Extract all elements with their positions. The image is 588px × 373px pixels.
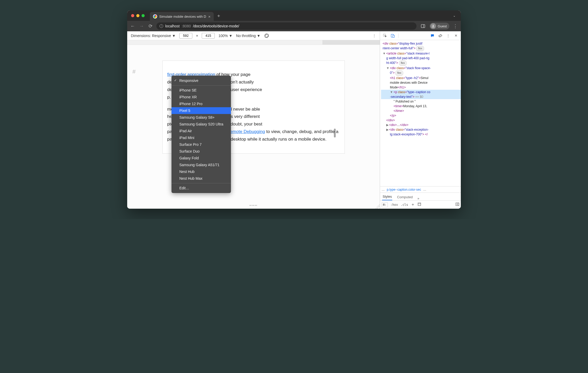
new-style-rule-icon[interactable]: ＋ bbox=[411, 202, 415, 207]
url-host: localhost bbox=[165, 24, 180, 28]
devtools-toolbar: ⋮ ✕ bbox=[380, 31, 461, 40]
address-toolbar: ← → ⟳ i localhost:8080/docs/devtools/dev… bbox=[127, 21, 461, 31]
throttling-dropdown[interactable]: No throttling ▼ bbox=[236, 34, 260, 38]
svg-point-2 bbox=[433, 25, 434, 26]
dropdown-triangle-icon: ▼ bbox=[257, 34, 260, 38]
device-option[interactable]: Nest Hub bbox=[172, 168, 231, 175]
device-option[interactable]: iPhone XR bbox=[172, 94, 231, 100]
address-bar[interactable]: i localhost:8080/docs/devtools/device-mo… bbox=[156, 22, 416, 30]
dropdown-triangle-icon: ▼ bbox=[172, 34, 176, 38]
svg-rect-9 bbox=[456, 203, 459, 206]
maximize-window-button[interactable] bbox=[142, 14, 145, 17]
window-menu-chevron-icon[interactable]: ⌄ bbox=[453, 14, 456, 17]
breadcrumb-current[interactable]: p.type--caption.color-sec bbox=[387, 188, 421, 191]
zoom-label: 100% bbox=[218, 34, 228, 38]
content-area: Dimensions: Responsive ▼ × 100% ▼ No thr… bbox=[127, 31, 461, 209]
dimensions-dropdown[interactable]: Dimensions: Responsive ▼ bbox=[131, 34, 176, 38]
dimension-separator: × bbox=[196, 34, 198, 38]
heading-anchor-hash: # bbox=[132, 68, 136, 75]
dimensions-label: Dimensions: Responsive bbox=[131, 34, 171, 38]
devtools-menu-icon[interactable]: ⋮ bbox=[445, 32, 451, 39]
traffic-lights bbox=[131, 14, 145, 17]
throttling-label: No throttling bbox=[236, 34, 256, 38]
tab-styles[interactable]: Styles bbox=[382, 193, 392, 200]
browser-tab[interactable]: Simulate mobile devices with D × bbox=[150, 12, 214, 21]
dropdown-separator bbox=[172, 183, 231, 183]
styles-toolbar: :hov .cls ＋ bbox=[380, 200, 461, 209]
device-option[interactable]: Samsung Galaxy A51/71 bbox=[172, 161, 231, 168]
device-option-responsive[interactable]: Responsive bbox=[172, 77, 231, 84]
computed-styles-icon[interactable] bbox=[418, 202, 421, 207]
profile-guest-chip[interactable]: Guest bbox=[430, 23, 449, 29]
dom-breadcrumb[interactable]: … p.type--caption.color-sec … bbox=[380, 186, 461, 192]
settings-gear-icon[interactable] bbox=[437, 32, 444, 39]
device-option-pixel5[interactable]: Pixel 5 bbox=[172, 107, 231, 114]
url-port: :8080 bbox=[182, 24, 191, 28]
browser-menu-icon[interactable]: ⋮ bbox=[452, 23, 458, 29]
device-toolbar-menu-icon[interactable]: ⋮ bbox=[372, 34, 376, 38]
close-tab-icon[interactable]: × bbox=[208, 14, 211, 19]
dropdown-separator bbox=[172, 85, 231, 86]
device-mode-toggle-icon[interactable] bbox=[389, 32, 396, 39]
elements-dom-tree[interactable]: <div class="display-flex justif ntent-ce… bbox=[380, 40, 461, 186]
device-option[interactable]: Surface Duo bbox=[172, 148, 231, 155]
dropdown-triangle-icon: ▼ bbox=[229, 34, 232, 38]
url-path: /docs/devtools/device-mode/ bbox=[193, 24, 239, 28]
chat-icon[interactable] bbox=[429, 32, 436, 39]
device-list-dropdown: Responsive iPhone SE iPhone XR iPhone 12… bbox=[172, 76, 231, 193]
side-panel-icon[interactable] bbox=[420, 23, 426, 29]
bottom-resize-handle-icon[interactable]: ═══ bbox=[249, 203, 258, 207]
remote-debugging-link[interactable]: Remote Debugging bbox=[227, 129, 265, 134]
device-option[interactable]: Nest Hub Max bbox=[172, 175, 231, 182]
inspect-element-icon[interactable] bbox=[382, 32, 388, 39]
corner-resize-handle-icon[interactable] bbox=[375, 204, 380, 209]
guest-label: Guest bbox=[438, 24, 447, 28]
rotate-icon[interactable] bbox=[264, 33, 269, 38]
device-edit-option[interactable]: Edit… bbox=[172, 185, 231, 191]
toggle-sidebar-icon[interactable] bbox=[456, 202, 459, 207]
device-option[interactable]: iPhone SE bbox=[172, 87, 231, 94]
ruler-bar[interactable] bbox=[127, 40, 380, 45]
tab-computed[interactable]: Computed bbox=[396, 194, 413, 200]
more-tabs-chevron-icon[interactable]: » bbox=[417, 196, 419, 200]
minimize-window-button[interactable] bbox=[136, 14, 139, 17]
forward-button[interactable]: → bbox=[139, 23, 144, 29]
site-info-icon[interactable]: i bbox=[160, 24, 163, 28]
device-option[interactable]: Samsung Galaxy S8+ bbox=[172, 114, 231, 121]
device-option[interactable]: Samsung Galaxy S20 Ultra bbox=[172, 121, 231, 128]
device-option[interactable]: iPad Mini bbox=[172, 134, 231, 141]
emulation-pane: Dimensions: Responsive ▼ × 100% ▼ No thr… bbox=[127, 31, 380, 209]
close-devtools-icon[interactable]: ✕ bbox=[452, 32, 459, 39]
styles-filter-input[interactable] bbox=[382, 202, 388, 207]
styles-tabs: Styles Computed » bbox=[380, 192, 461, 200]
svg-rect-0 bbox=[421, 25, 425, 28]
svg-rect-7 bbox=[393, 35, 394, 37]
browser-window: Simulate mobile devices with D × ＋ ⌄ ← →… bbox=[127, 10, 461, 209]
chrome-favicon-icon bbox=[153, 14, 157, 19]
hov-toggle[interactable]: :hov bbox=[390, 203, 398, 207]
new-tab-button[interactable]: ＋ bbox=[216, 13, 221, 19]
cls-toggle[interactable]: .cls bbox=[401, 203, 408, 207]
close-window-button[interactable] bbox=[131, 14, 134, 17]
breadcrumb-ellipsis: … bbox=[423, 188, 426, 191]
back-button[interactable]: ← bbox=[130, 23, 136, 29]
width-input[interactable] bbox=[179, 33, 192, 39]
breadcrumb-ellipsis: … bbox=[382, 188, 385, 191]
scrollbar-thumb[interactable] bbox=[334, 129, 336, 137]
device-option[interactable]: Surface Pro 7 bbox=[172, 141, 231, 148]
tab-title: Simulate mobile devices with D bbox=[159, 15, 206, 19]
height-input[interactable] bbox=[202, 33, 215, 39]
svg-rect-8 bbox=[418, 203, 421, 206]
devtools-panel: ⋮ ✕ <div class="display-flex justif nten… bbox=[380, 31, 461, 209]
emulated-viewport: # first-order approximation of how your … bbox=[127, 45, 380, 209]
reload-button[interactable]: ⟳ bbox=[148, 23, 153, 29]
device-option[interactable]: iPad Air bbox=[172, 128, 231, 134]
device-option[interactable]: Galaxy Fold bbox=[172, 155, 231, 161]
device-toolbar: Dimensions: Responsive ▼ × 100% ▼ No thr… bbox=[127, 31, 380, 40]
window-titlebar: Simulate mobile devices with D × ＋ ⌄ bbox=[127, 10, 461, 21]
guest-avatar-icon bbox=[430, 23, 436, 29]
device-option[interactable]: iPhone 12 Pro bbox=[172, 100, 231, 107]
zoom-dropdown[interactable]: 100% ▼ bbox=[218, 34, 232, 38]
